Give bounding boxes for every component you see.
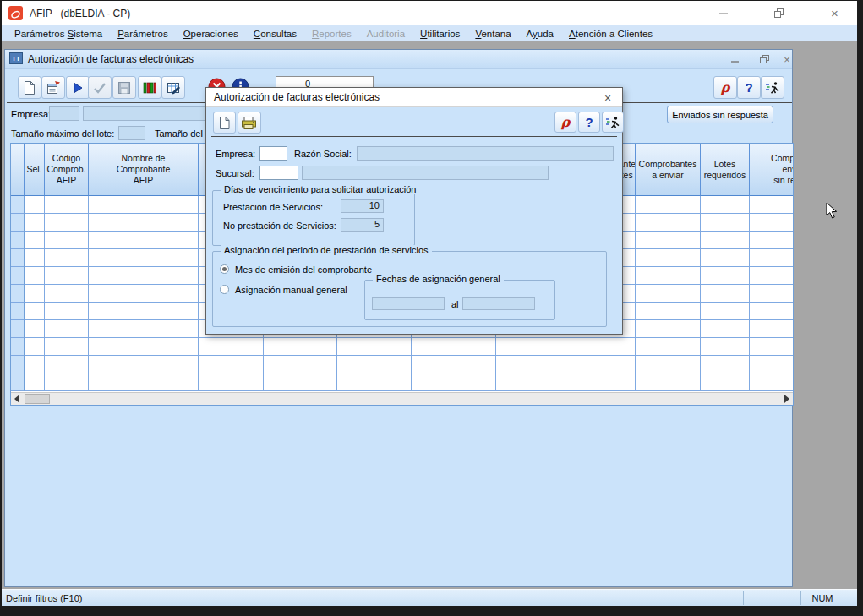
grid-cell[interactable] xyxy=(750,249,794,267)
grid-cell[interactable] xyxy=(337,373,412,391)
grid-cell[interactable] xyxy=(636,267,701,285)
grid-cell[interactable] xyxy=(89,338,199,356)
child-titlebar[interactable]: TT Autorización de facturas electrónicas… xyxy=(5,50,792,69)
grid-cell[interactable] xyxy=(199,373,264,391)
grid-cell[interactable] xyxy=(89,356,199,373)
grid-cell[interactable] xyxy=(701,196,750,214)
grid-row-selector[interactable] xyxy=(11,338,25,356)
close-button[interactable]: × xyxy=(816,1,854,25)
grid-cell[interactable] xyxy=(25,214,45,232)
new-record-button[interactable] xyxy=(18,76,41,99)
dialog-sucursal-input[interactable] xyxy=(259,166,298,180)
grid-cell[interactable] xyxy=(750,285,794,303)
grid-cell[interactable] xyxy=(45,285,89,303)
enviados-sin-respuesta-button[interactable]: Enviados sin respuesta xyxy=(667,106,773,123)
grid-cell[interactable] xyxy=(636,285,701,303)
grid-cell[interactable] xyxy=(89,373,199,391)
menu-item-utilitarios[interactable]: Utilitarios xyxy=(412,27,467,41)
grid-cell[interactable] xyxy=(89,214,199,232)
grid-cell[interactable] xyxy=(45,249,89,267)
grid-cell[interactable] xyxy=(45,356,89,373)
grid-cell[interactable] xyxy=(45,267,89,285)
dialog-exit-button[interactable] xyxy=(602,112,624,133)
grid-cell[interactable] xyxy=(750,338,794,356)
scroll-right-arrow-icon[interactable] xyxy=(784,395,789,403)
scroll-left-arrow-icon[interactable] xyxy=(14,395,19,403)
grid-row-selector[interactable] xyxy=(11,214,25,232)
grid-cell[interactable] xyxy=(412,356,496,373)
grid-cell[interactable] xyxy=(412,373,496,391)
grid-cell[interactable] xyxy=(264,338,337,356)
grid-cell[interactable] xyxy=(45,320,89,338)
child-restore-button[interactable] xyxy=(755,52,773,66)
grid-cell[interactable] xyxy=(45,338,89,356)
grid-cell[interactable] xyxy=(45,303,89,320)
grid-cell[interactable] xyxy=(750,303,794,320)
grid-cell[interactable] xyxy=(750,320,794,338)
grid-cell[interactable] xyxy=(636,320,701,338)
grid-cell[interactable] xyxy=(636,214,701,232)
grid-cell[interactable] xyxy=(701,267,750,285)
grid-cell[interactable] xyxy=(636,373,701,391)
grid-cell[interactable] xyxy=(89,285,199,303)
grid-edit-button[interactable] xyxy=(161,76,185,99)
grid-cell[interactable] xyxy=(337,356,412,373)
grid-cell[interactable] xyxy=(701,320,750,338)
horizontal-scrollbar[interactable] xyxy=(11,392,793,405)
menu-item-parametros[interactable]: Parámetros xyxy=(110,27,175,41)
help-button[interactable]: ? xyxy=(737,76,761,99)
grid-row-selector[interactable] xyxy=(11,320,25,338)
grid-cell[interactable] xyxy=(750,373,794,391)
menu-item-consultas[interactable]: Consultas xyxy=(246,27,304,41)
grid-cell[interactable] xyxy=(199,338,264,356)
grid-cell[interactable] xyxy=(199,356,264,373)
dialog-help-button[interactable]: ? xyxy=(578,112,600,133)
grid-cell[interactable] xyxy=(45,214,89,232)
dialog-close-button[interactable]: × xyxy=(600,90,615,105)
grid-cell[interactable] xyxy=(25,232,45,249)
grid-cell[interactable] xyxy=(496,356,587,373)
grid-cell[interactable] xyxy=(701,232,750,249)
grid-cell[interactable] xyxy=(636,356,701,373)
exit-button[interactable] xyxy=(761,76,784,99)
grid-cell[interactable] xyxy=(701,285,750,303)
grid-cell[interactable] xyxy=(496,373,587,391)
grid-cell[interactable] xyxy=(496,338,587,356)
grid-cell[interactable] xyxy=(25,373,45,391)
grid-cell[interactable] xyxy=(701,214,750,232)
grid-cell[interactable] xyxy=(25,267,45,285)
menu-item-parametros-sistema[interactable]: Parámetros Sistema xyxy=(7,27,110,41)
grid-cell[interactable] xyxy=(636,232,701,249)
dialog-titlebar[interactable]: Autorización de facturas electrónicas × xyxy=(206,88,622,107)
grid-cell[interactable] xyxy=(89,249,199,267)
grid-cell[interactable] xyxy=(701,303,750,320)
grid-cell[interactable] xyxy=(636,338,701,356)
grid-cell[interactable] xyxy=(45,232,89,249)
grid-cell[interactable] xyxy=(89,303,199,320)
restore-button[interactable] xyxy=(760,1,798,25)
properties-button[interactable] xyxy=(41,76,65,99)
menu-item-ayuda[interactable]: Ayuda xyxy=(519,27,561,41)
grid-cell[interactable] xyxy=(25,196,45,214)
grid-cell[interactable] xyxy=(750,356,794,373)
grid-cell[interactable] xyxy=(750,214,794,232)
grid-cell[interactable] xyxy=(750,232,794,249)
grid-row-selector[interactable] xyxy=(11,303,25,320)
dialog-print-button[interactable] xyxy=(238,112,261,134)
grid-cell[interactable] xyxy=(25,249,45,267)
grid-row-selector[interactable] xyxy=(11,196,25,214)
menu-item-atencion-clientes[interactable]: Atención a Clientes xyxy=(561,27,660,41)
child-minimize-button[interactable] xyxy=(725,52,744,66)
grid-cell[interactable] xyxy=(25,338,45,356)
grid-cell[interactable] xyxy=(701,338,750,356)
grid-cell[interactable] xyxy=(701,356,750,373)
minimize-button[interactable] xyxy=(704,1,742,25)
grid-row-selector[interactable] xyxy=(11,232,25,249)
grid-cell[interactable] xyxy=(412,338,496,356)
filter-columns-button[interactable] xyxy=(138,76,161,99)
grid-cell[interactable] xyxy=(337,338,412,356)
grid-cell[interactable] xyxy=(25,303,45,320)
grid-cell[interactable] xyxy=(25,356,45,373)
grid-row-selector[interactable] xyxy=(11,249,25,267)
scrollbar-thumb[interactable] xyxy=(25,394,50,404)
